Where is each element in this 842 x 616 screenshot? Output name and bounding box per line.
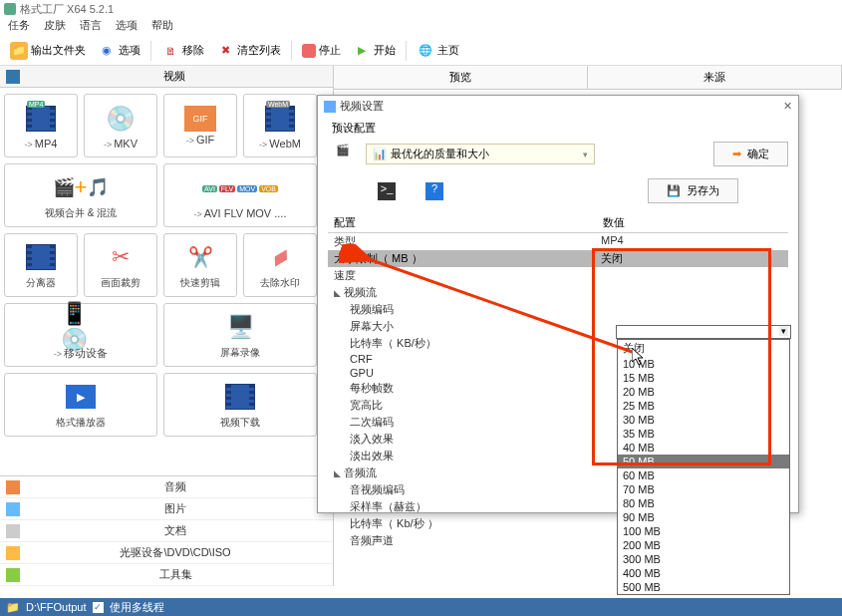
format-grid: MP4->MP4 💿->MKV GIF->GIF WebM->WebM 🎬+🎵视…: [0, 88, 333, 475]
start-button[interactable]: ▶ 开始: [349, 40, 400, 62]
stop-button[interactable]: 停止: [298, 41, 345, 60]
row-video-stream[interactable]: ◣视频流: [328, 284, 788, 301]
menu-language[interactable]: 语言: [76, 18, 106, 36]
close-icon[interactable]: ✕: [783, 100, 792, 113]
app-title: 格式工厂 X64 5.2.1: [20, 2, 114, 17]
home-label: 主页: [437, 43, 459, 58]
preset-label: 预设配置: [328, 119, 788, 138]
card-download[interactable]: 视频下载: [163, 373, 317, 437]
document-icon: [6, 524, 20, 538]
dialog-icon: [324, 101, 336, 113]
audio-icon: [6, 480, 20, 494]
card-fastclip[interactable]: ✂️快速剪辑: [163, 233, 237, 297]
dropdown-item[interactable]: 200 MB: [618, 538, 789, 552]
dropdown-item[interactable]: 60 MB: [618, 468, 789, 482]
card-mp4[interactable]: MP4->MP4: [4, 94, 78, 157]
dialog-titlebar: 视频设置 ✕: [318, 96, 798, 117]
disc-icon: [6, 546, 20, 560]
dropdown-item[interactable]: 70 MB: [618, 482, 789, 496]
menubar: 任务 皮肤 语言 选项 帮助: [0, 18, 842, 36]
dropdown-item[interactable]: 10 MB: [618, 357, 789, 371]
row-speed[interactable]: 速度: [328, 267, 788, 284]
tab-preview[interactable]: 预览: [334, 66, 588, 89]
dropdown-item[interactable]: 关闭: [618, 340, 789, 357]
home-button[interactable]: 🌐 主页: [413, 40, 463, 62]
stop-label: 停止: [319, 43, 341, 58]
dropdown-item[interactable]: 35 MB: [618, 427, 789, 441]
col-value: 数值: [597, 213, 788, 232]
row-type[interactable]: 类型MP4: [328, 233, 788, 250]
size-limit-combo[interactable]: [616, 325, 791, 339]
separator: [406, 41, 407, 61]
dropdown-item[interactable]: 15 MB: [618, 371, 789, 385]
preset-icon: 🎬: [336, 144, 358, 165]
card-splitter[interactable]: 分离器: [4, 233, 78, 297]
output-folder-label: 输出文件夹: [31, 43, 86, 58]
remove-icon: 🗎: [161, 42, 179, 60]
video-header-label: 视频: [22, 69, 327, 84]
card-crop[interactable]: ✂画面裁剪: [84, 233, 157, 297]
arrow-right-icon: ➡: [732, 148, 741, 160]
dialog-title: 视频设置: [340, 99, 779, 114]
card-player[interactable]: ▶格式播放器: [4, 373, 157, 437]
settings-header: 配置 数值: [328, 213, 788, 233]
options-label: 选项: [119, 43, 140, 58]
save-as-button[interactable]: 💾 另存为: [648, 178, 738, 203]
save-icon: 💾: [667, 184, 681, 197]
preset-select[interactable]: 📊 最优化的质量和大小: [366, 144, 595, 164]
multithread-checkbox[interactable]: ✓: [93, 602, 104, 613]
dropdown-item[interactable]: 40 MB: [618, 441, 789, 455]
menu-task[interactable]: 任务: [4, 18, 34, 36]
card-remove-watermark[interactable]: ▰去除水印: [243, 233, 317, 297]
cat-disc[interactable]: 光驱设备\DVD\CD\ISO: [0, 542, 333, 564]
separator: [291, 41, 292, 61]
cat-audio[interactable]: 音频: [0, 476, 333, 498]
app-icon: [4, 3, 16, 15]
tab-source[interactable]: 来源: [588, 66, 842, 89]
card-webm[interactable]: WebM->WebM: [243, 94, 317, 157]
dropdown-item[interactable]: 25 MB: [618, 399, 789, 413]
row-vcodec[interactable]: 视频编码: [328, 301, 788, 318]
ok-label: 确定: [747, 147, 769, 161]
dropdown-item[interactable]: 80 MB: [618, 496, 789, 510]
video-settings-dialog: 视频设置 ✕ 预设配置 🎬 📊 最优化的质量和大小 ➡ 确定 >_ ? 💾 另存…: [317, 95, 799, 513]
row-size-limit[interactable]: 大小限制（ MB ）关闭: [328, 250, 788, 267]
card-mkv[interactable]: 💿->MKV: [84, 94, 157, 157]
folder-small-icon: 📁: [6, 601, 20, 614]
clear-label: 清空列表: [237, 43, 281, 58]
options-button[interactable]: ◉ 选项: [94, 40, 144, 62]
dropdown-item[interactable]: 50 MB: [618, 455, 789, 468]
card-screen-record[interactable]: 🖥️屏幕录像: [163, 303, 317, 367]
separator: [150, 41, 151, 61]
cmd-icon[interactable]: >_: [378, 182, 396, 200]
dropdown-item[interactable]: 500 MB: [618, 580, 789, 594]
remove-button[interactable]: 🗎 移除: [157, 40, 208, 62]
output-path[interactable]: D:\FFOutput: [26, 601, 87, 613]
dropdown-item[interactable]: 300 MB: [618, 552, 789, 566]
dropdown-item[interactable]: 400 MB: [618, 566, 789, 580]
card-merge[interactable]: 🎬+🎵视频合并 & 混流: [4, 163, 157, 227]
multithread-label: 使用多线程: [110, 600, 164, 615]
dropdown-item[interactable]: 30 MB: [618, 413, 789, 427]
dropdown-item[interactable]: 90 MB: [618, 510, 789, 524]
card-avi-flv-etc[interactable]: AVIFLVMOVVOB->AVI FLV MOV ....: [163, 163, 317, 227]
size-limit-dropdown: 关闭10 MB15 MB20 MB25 MB30 MB35 MB40 MB50 …: [617, 339, 790, 595]
dropdown-item[interactable]: 100 MB: [618, 524, 789, 538]
play-icon: ▶: [353, 42, 371, 60]
dropdown-item[interactable]: 20 MB: [618, 385, 789, 399]
video-category-header[interactable]: 视频: [0, 66, 333, 88]
clear-button[interactable]: ✖ 清空列表: [212, 40, 285, 62]
right-tabs: 预览 来源: [334, 66, 842, 90]
menu-help[interactable]: 帮助: [147, 18, 177, 36]
menu-options[interactable]: 选项: [112, 18, 141, 36]
menu-skin[interactable]: 皮肤: [40, 18, 70, 36]
cat-tools[interactable]: 工具集: [0, 564, 333, 586]
help-icon[interactable]: ?: [425, 182, 443, 200]
ok-button[interactable]: ➡ 确定: [713, 142, 788, 166]
output-folder-button[interactable]: 📁 输出文件夹: [6, 40, 90, 62]
left-panel: 视频 MP4->MP4 💿->MKV GIF->GIF WebM->WebM 🎬…: [0, 66, 334, 586]
cat-document[interactable]: 文档: [0, 520, 333, 542]
card-mobile[interactable]: 📱💿->移动设备: [4, 303, 157, 367]
card-gif[interactable]: GIF->GIF: [163, 94, 237, 157]
cat-picture[interactable]: 图片: [0, 498, 333, 520]
